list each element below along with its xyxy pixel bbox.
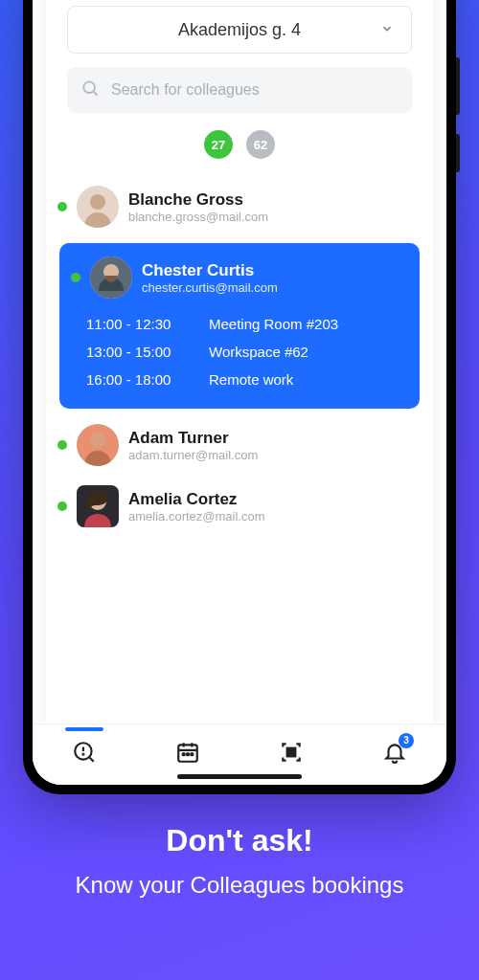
svg-point-12 (82, 753, 83, 754)
caption-subtitle: Know your Colleagues bookings (38, 870, 441, 900)
location-select[interactable]: Akademijos g. 4 (67, 6, 412, 54)
side-button (456, 57, 460, 115)
svg-point-0 (83, 81, 95, 93)
booking-time: 16:00 - 18:00 (86, 371, 192, 388)
avatar (77, 186, 119, 228)
status-dot-icon (57, 501, 67, 511)
count-pills: 27 62 (46, 130, 433, 159)
booking-row: 16:00 - 18:00 Remote work (86, 366, 406, 393)
online-count[interactable]: 27 (204, 130, 233, 159)
person-name: Adam Turner (128, 429, 258, 448)
avatar (77, 424, 119, 466)
notification-badge: 3 (399, 733, 414, 748)
svg-line-13 (89, 757, 93, 761)
svg-point-7 (90, 433, 105, 448)
person-name: Amelia Cortez (128, 490, 265, 509)
booking-row: 11:00 - 12:30 Meeting Room #203 (86, 310, 406, 338)
person-name: Chester Curtis (142, 261, 278, 280)
svg-point-3 (90, 194, 105, 210)
booking-place: Meeting Room #203 (209, 316, 338, 332)
booking-time: 11:00 - 12:30 (86, 316, 192, 332)
booking-place: Remote work (209, 371, 293, 388)
content-card: Akademijos g. 4 Search for colleagues 27… (46, 0, 433, 727)
offline-count[interactable]: 62 (246, 130, 275, 159)
phone-frame: Colleagues Worksp Akademijos g. 4 Search… (23, 0, 456, 794)
svg-rect-23 (287, 753, 290, 756)
person-email: blanche.gross@mail.com (128, 210, 268, 224)
colleague-list: Blanche Gross blanche.gross@mail.com Che… (46, 176, 433, 727)
marketing-caption: Don't ask! Know your Colleagues bookings (0, 823, 479, 900)
svg-rect-21 (287, 747, 290, 750)
svg-rect-22 (292, 747, 295, 750)
status-dot-icon (57, 202, 67, 212)
booking-place: Workspace #62 (209, 344, 308, 360)
list-item[interactable]: Adam Turner adam.turner@mail.com (46, 414, 433, 476)
nav-notifications[interactable]: 3 (372, 729, 418, 775)
status-dot-icon (57, 440, 67, 450)
person-name: Blanche Gross (128, 190, 268, 210)
home-indicator (177, 774, 302, 779)
status-dot-icon (71, 273, 80, 282)
list-item-selected[interactable]: Chester Curtis chester.curtis@mail.com 1… (59, 243, 420, 409)
side-button (456, 134, 460, 172)
screen: Colleagues Worksp Akademijos g. 4 Search… (33, 0, 446, 785)
svg-point-19 (187, 753, 189, 755)
bookings: 11:00 - 12:30 Meeting Room #203 13:00 - … (63, 310, 406, 393)
list-item[interactable]: Blanche Gross blanche.gross@mail.com (46, 176, 433, 237)
avatar (77, 485, 119, 527)
caption-title: Don't ask! (38, 823, 441, 858)
chevron-down-icon (380, 20, 394, 40)
svg-point-18 (183, 753, 185, 755)
svg-rect-24 (292, 753, 295, 756)
location-value: Akademijos g. 4 (178, 20, 301, 40)
search-placeholder: Search for colleagues (111, 81, 260, 99)
svg-line-1 (94, 92, 98, 96)
person-email: chester.curtis@mail.com (142, 280, 278, 295)
booking-time: 13:00 - 15:00 (86, 344, 192, 360)
nav-calendar[interactable] (165, 729, 211, 775)
nav-qr[interactable] (268, 729, 314, 775)
booking-row: 13:00 - 15:00 Workspace #62 (86, 338, 406, 366)
search-input[interactable]: Search for colleagues (67, 67, 412, 113)
person-email: adam.turner@mail.com (128, 448, 258, 462)
search-icon (80, 78, 100, 101)
svg-point-20 (191, 753, 193, 755)
nav-search[interactable] (61, 729, 107, 775)
avatar (90, 256, 132, 299)
person-email: amelia.cortez@mail.com (128, 509, 265, 523)
list-item[interactable]: Amelia Cortez amelia.cortez@mail.com (46, 476, 433, 537)
